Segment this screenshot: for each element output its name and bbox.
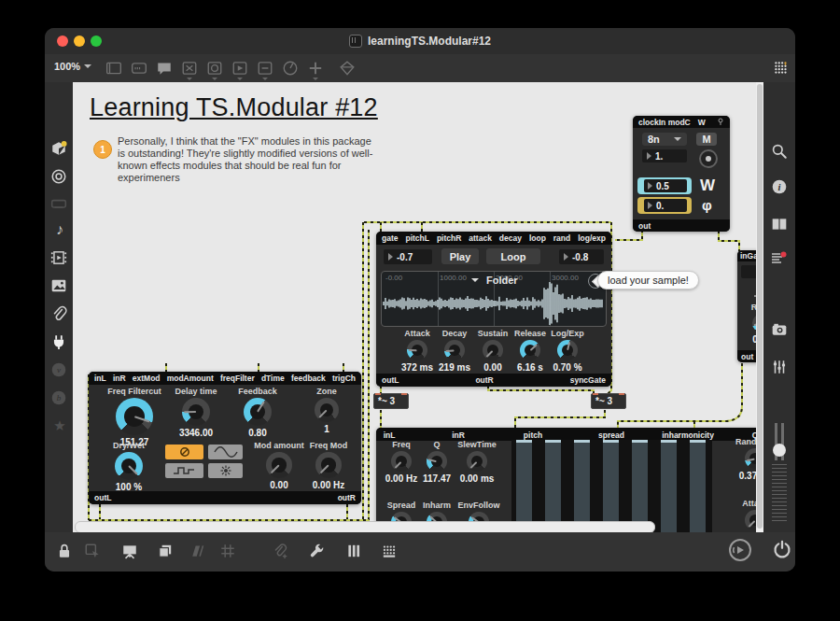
filters-icon[interactable]: [771, 359, 788, 375]
packages-icon[interactable]: [50, 140, 67, 157]
attach-icon[interactable]: [272, 543, 290, 561]
info-icon[interactable]: i: [771, 178, 788, 195]
mod-sine-button[interactable]: [208, 445, 243, 459]
multislider-column[interactable]: [545, 440, 561, 532]
power-icon[interactable]: [773, 540, 791, 558]
mod-off-button[interactable]: [165, 445, 203, 459]
dry-wet-knob[interactable]: Dry/Wet100 %: [89, 441, 169, 492]
toggle-icon[interactable]: [181, 60, 198, 77]
signal-multiply-object[interactable]: *~ 3: [591, 393, 626, 409]
knob-dial[interactable]: [467, 451, 487, 472]
knob-dial[interactable]: [115, 452, 143, 480]
zoom-slider[interactable]: [772, 423, 787, 526]
inlet-mark: [375, 393, 381, 395]
sampler-module[interactable]: gatepitchLpitchRattackdecaylooprandlog/e…: [376, 232, 611, 387]
mult-toggle-button[interactable]: M: [696, 133, 717, 146]
multislider-column[interactable]: [574, 440, 590, 532]
phase-numbox[interactable]: 0.: [637, 197, 692, 214]
zoom-slider-thumb[interactable]: [773, 444, 786, 457]
knob-dial[interactable]: [244, 398, 272, 426]
search-icon[interactable]: [771, 143, 788, 160]
blog-icon[interactable]: b: [50, 389, 67, 406]
resonator-module[interactable]: inL inR pitch spread inharmonicity Q Fre…: [376, 428, 763, 532]
slewtime-knob[interactable]: SlewTime0.00 ms: [437, 440, 517, 484]
knob-dial[interactable]: [315, 398, 339, 422]
slider-value-cap: [690, 440, 706, 443]
mod-square-button[interactable]: [165, 463, 203, 478]
presentation-icon[interactable]: [121, 543, 140, 561]
multislider-column[interactable]: [516, 440, 532, 532]
folder-dropdown[interactable]: Folder: [471, 275, 518, 286]
kslider-icon[interactable]: [381, 543, 399, 561]
snapshot-camera-icon[interactable]: [771, 321, 788, 338]
playbar-icon[interactable]: [231, 60, 248, 77]
audio-on-icon[interactable]: [728, 538, 752, 562]
plug-icon[interactable]: [50, 333, 67, 350]
attachments-icon[interactable]: [50, 305, 67, 322]
patcher-canvas[interactable]: Learning TS.Modular #12 1 Personally, I …: [73, 82, 763, 532]
comment-icon[interactable]: [156, 60, 173, 77]
knob-dial[interactable]: [182, 398, 210, 426]
pitch-multislider[interactable]: [511, 440, 712, 532]
keyboard-icon[interactable]: [50, 195, 67, 212]
pitch-right-numbox[interactable]: -0.8: [559, 249, 604, 264]
align-icon[interactable]: [190, 543, 209, 561]
number-box-icon[interactable]: [257, 60, 273, 77]
images-icon[interactable]: [50, 277, 67, 294]
multislider-column[interactable]: [690, 440, 706, 532]
phase-big-label: φ: [702, 197, 712, 213]
calibration-icon[interactable]: [50, 168, 67, 185]
zone-knob[interactable]: Zone1: [287, 387, 367, 434]
scrollbar-thumb[interactable]: [757, 84, 763, 529]
prism-icon[interactable]: [339, 60, 356, 77]
inlet-label: log/exp: [578, 233, 606, 243]
new-message-icon[interactable]: [131, 60, 147, 77]
fx-delay-module[interactable]: inLinRextModmodAmountfreqFilterdTimefeed…: [89, 372, 361, 504]
knob-dial[interactable]: [116, 398, 153, 435]
favorites-star-icon[interactable]: ★: [51, 417, 68, 434]
slider-value-cap: [603, 440, 619, 443]
inspector-columns-icon[interactable]: [771, 216, 788, 233]
knob-dial[interactable]: [557, 340, 578, 360]
mixer-icon[interactable]: [345, 543, 364, 561]
dial-icon[interactable]: [282, 60, 299, 77]
console-icon[interactable]: [771, 251, 788, 268]
audio-note-icon[interactable]: ♪: [51, 221, 68, 238]
lock-icon[interactable]: [56, 543, 75, 561]
outlet-label: out: [741, 352, 753, 361]
pitch-left-numbox[interactable]: -0.7: [384, 249, 432, 264]
titlebar[interactable]: learningTS.Modular#12: [45, 28, 795, 55]
knob-dial[interactable]: [315, 452, 342, 478]
video-icon[interactable]: [50, 249, 67, 266]
clockin-module[interactable]: clockIn modC W 8n M 1. 0.5 W 0. φ out: [633, 116, 730, 232]
knob-label: Freq Mod: [288, 441, 369, 450]
multislider-column[interactable]: [603, 440, 619, 532]
grid-snap-icon[interactable]: [219, 543, 238, 561]
waveform-display[interactable]: -0.00 1000.00 2000.00 3000.00 Folder: [381, 271, 607, 327]
loop-button[interactable]: Loop: [486, 248, 540, 264]
multiplier-numbox[interactable]: 1.: [642, 149, 687, 162]
sync-toggle[interactable]: [699, 149, 718, 168]
horizontal-scrollbar[interactable]: [75, 521, 655, 532]
logexp-knob[interactable]: Log/Exp0.70 %: [527, 329, 608, 373]
wrench-icon[interactable]: [309, 543, 328, 561]
new-object-icon[interactable]: [105, 60, 122, 77]
multislider-column[interactable]: [632, 440, 648, 532]
freq-mod-knob[interactable]: Freq Mod0.00 Hz: [288, 441, 369, 490]
select-tool-icon[interactable]: [84, 543, 103, 561]
add-object-icon[interactable]: [307, 60, 324, 77]
width-numbox[interactable]: 0.5: [637, 177, 692, 194]
pitch-right-value: -0.8: [572, 252, 588, 262]
play-button[interactable]: Play: [441, 248, 479, 264]
vimeo-icon[interactable]: v: [50, 361, 67, 378]
pin-icon[interactable]: [717, 118, 724, 127]
layers-icon[interactable]: [157, 543, 175, 561]
button-icon[interactable]: [206, 60, 223, 77]
multislider-column[interactable]: [661, 440, 677, 532]
grid-toggle-icon[interactable]: [773, 60, 790, 77]
mod-random-button[interactable]: [208, 463, 243, 478]
clock-division-dropdown[interactable]: 8n: [642, 133, 687, 146]
signal-multiply-object[interactable]: *~ 3: [373, 393, 409, 409]
vertical-scrollbar[interactable]: [756, 82, 763, 532]
zoom-level-control[interactable]: 100%: [54, 61, 91, 72]
